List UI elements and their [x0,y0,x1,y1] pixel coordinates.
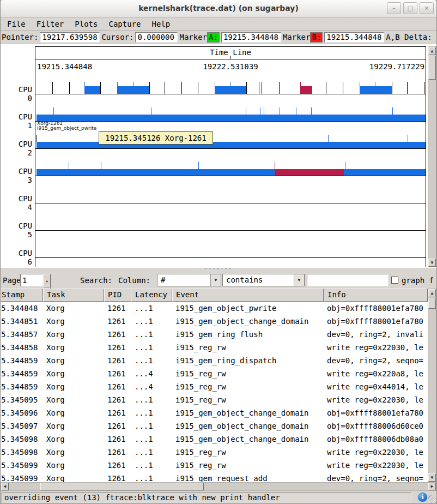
page-spin-up-button[interactable]: ▲ [43,274,51,287]
page-spinbox[interactable]: 1 [20,274,43,286]
cell-event: i915_gem_object_change_domain [172,433,324,446]
graph-follows-checkbox[interactable] [391,277,398,284]
cell-latency: ...1 [131,433,172,446]
cell-info: dev=0, ring=2, seqno= [324,472,428,482]
table-row[interactable]: 5.345098Xorg1261...1i915_gem_object_chan… [1,433,428,446]
splitter-handle[interactable]: ······· [1,268,436,272]
event-tick [262,82,262,94]
cpu-bar-segment [360,86,392,94]
left-arrow-icon: ◀ [4,484,7,489]
page-label: Page [3,274,21,287]
menu-item-plots[interactable]: Plots [69,18,103,30]
event-tick [260,107,260,115]
menu-item-file[interactable]: File [2,18,31,30]
cell-pid: 1261 [104,433,131,446]
header-latency[interactable]: Latency [131,289,172,302]
timeline-tooltip: 19215.345126 Xorg-1261 [99,131,213,145]
menu-item-filter[interactable]: Filter [31,18,70,30]
info-icon[interactable]: i [418,493,427,502]
marker-b-value: 19215.344848 [324,32,384,43]
table-row[interactable]: 5.345097Xorg1261...1i915_gem_object_chan… [1,419,428,433]
match-select[interactable]: contains ▼ [222,274,305,286]
timeline-plot[interactable]: CPU 0CPU 1CPU 2CPU 3CPU 4CPU 5CPU 6Xorg-… [1,44,428,268]
event-tick [100,82,101,94]
cell-event: i915_reg_rw [172,393,324,406]
table-scroll-thumb[interactable] [428,298,436,309]
search-input[interactable] [307,274,389,286]
event-tick [230,82,231,94]
cpu-baseline [35,148,426,149]
graph-vscrollbar[interactable]: ▲ ▼ [428,46,436,267]
scroll-right-button[interactable]: ▶ [428,483,436,490]
cpu-baseline [35,176,426,176]
table-row[interactable]: 5.345098Xorg1261...1i915_reg_rwwrite reg… [1,446,428,459]
column-select[interactable]: # ▼ [157,274,221,286]
menu-item-help[interactable]: Help [146,18,175,30]
event-tick [424,82,424,94]
cell-pid: 1261 [104,472,131,482]
minimize-icon: – [392,5,396,12]
cpu-bar [37,142,426,148]
table-row[interactable]: 5.345096Xorg1261...1i915_gem_object_chan… [1,406,428,419]
cpu-baseline [35,121,426,122]
cell-latency: ...1 [131,315,172,328]
event-tick [407,82,408,94]
event-tick [198,162,199,169]
timeline-graph[interactable]: Time Line 19215.344848 19222.531039 1922… [1,44,436,268]
resize-grip[interactable] [428,495,436,503]
pointer-value: 19217.639598 [40,32,100,43]
header-info[interactable]: Info [324,289,428,302]
cell-event: i915_gem_ring_dispatch [172,354,324,367]
table-row[interactable]: 5.345099Xorg1261...1i915_gem_request_add… [1,472,428,482]
table-row[interactable]: 5.345099Xorg1261...1i915_reg_rwwrite reg… [1,459,428,472]
cell-stamp: 5.345095 [1,393,43,406]
maximize-button[interactable]: □ [403,2,417,14]
header-event[interactable]: Event [172,289,324,302]
event-tick [246,82,247,94]
maximize-icon: □ [408,5,413,12]
table-scroll-up-button[interactable]: ▲ [428,289,436,297]
title-bar[interactable]: kernelshark(trace.dat) (on sugarbay) – □… [1,0,436,17]
cpu-label: CPU 1 [9,112,32,121]
cpu-baseline [35,257,426,258]
scroll-left-button[interactable]: ◀ [1,483,9,490]
table-row[interactable]: 5.345095Xorg1261...1i915_reg_rwwrite reg… [1,393,428,406]
graph-scroll-down-button[interactable]: ▼ [428,259,436,267]
event-tick [300,82,301,94]
table-scroll-down-button[interactable]: ▼ [428,473,436,482]
cell-pid: 1261 [104,302,131,315]
cursor-value: 0.000000 [135,32,178,43]
cell-latency: ...1 [131,302,172,315]
table-row[interactable]: 5.344857Xorg1261...1i915_gem_ring_flushd… [1,328,428,341]
ab-delta-label: A,B Delta: [386,33,432,41]
table-row[interactable]: 5.344859Xorg1261...4i915_reg_rwwrite reg… [1,380,428,393]
column-dropdown-icon[interactable]: ▼ [210,274,221,286]
graph-scroll-thumb[interactable] [428,56,436,80]
header-task[interactable]: Task [43,289,104,302]
table-row[interactable]: 5.344859Xorg1261...4i915_reg_rwwrite reg… [1,367,428,380]
right-arrow-icon: ▶ [431,484,434,489]
table-row[interactable]: 5.344848Xorg1261...1i915_gem_object_pwri… [1,302,428,315]
match-dropdown-icon[interactable]: ▼ [294,274,304,286]
header-stamp[interactable]: Stamp [1,289,43,302]
table-row[interactable]: 5.344859Xorg1261...1i915_gem_ring_dispat… [1,354,428,367]
search-label: Search: [80,274,112,287]
minimize-button[interactable]: – [387,2,401,14]
cpu-baseline [35,94,426,94]
cell-info: obj=0xffff88001efa780 [324,302,428,315]
table-hscrollbar[interactable]: ◀ ▶ [1,482,436,491]
table-row[interactable]: 5.344858Xorg1261...1i915_reg_rwwrite reg… [1,341,428,354]
graph-scroll-up-button[interactable]: ▲ [428,47,436,55]
event-tick [264,107,264,115]
header-pid[interactable]: PID [104,289,131,302]
close-button[interactable]: ✕ [420,2,434,14]
menu-item-capture[interactable]: Capture [103,18,146,30]
table-row[interactable]: 5.344851Xorg1261...1i915_gem_object_chan… [1,315,428,328]
hscroll-thumb[interactable] [40,483,204,490]
cell-latency: ...1 [131,341,172,354]
cell-latency: ...4 [131,367,172,380]
table-vscrollbar[interactable]: ▲ ▼ [428,289,436,482]
down-arrow-icon: ▼ [431,261,434,265]
cell-event: i915_reg_rw [172,341,324,354]
event-tick [133,82,134,94]
